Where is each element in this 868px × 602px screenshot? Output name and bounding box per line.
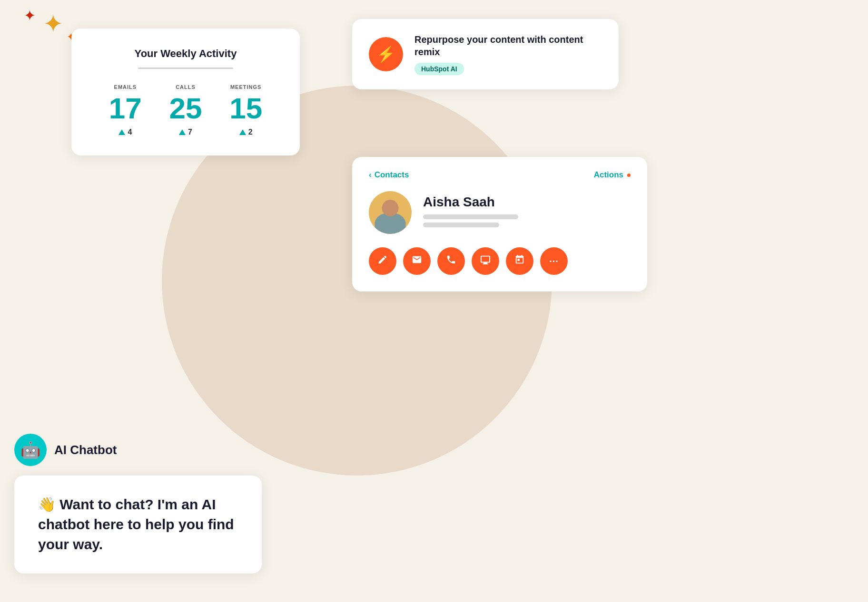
meetings-up-icon [239,129,246,135]
chatbot-card: 👋 Want to chat? I'm an AI chatbot here t… [14,476,262,573]
edit-button[interactable] [369,247,396,275]
robot-icon: 🤖 [20,440,40,459]
bolt-icon: ⚡ [376,45,395,63]
meetings-label: MEETINGS [216,84,276,90]
ai-chatbot-title: AI Chatbot [54,443,117,457]
weekly-activity-card: Your Weekly Activity EMAILS 17 4 CALLS 2… [71,29,300,155]
contacts-back-button[interactable]: ‹ Contacts [369,170,409,180]
avatar [369,191,412,234]
contact-name: Aisha Saah [423,194,518,210]
contacts-actions-button[interactable]: Actions [594,170,631,180]
meetings-change-value: 2 [248,128,253,136]
contact-info: Aisha Saah [369,191,631,234]
chatbot-message: 👋 Want to chat? I'm an AI chatbot here t… [38,495,238,554]
emails-up-icon [118,129,125,135]
phone-button[interactable] [437,247,465,275]
emails-change-value: 4 [128,128,132,136]
calendar-button[interactable] [506,247,533,275]
hubspot-ai-badge: HubSpot AI [414,63,464,75]
emails-stat: EMAILS 17 4 [95,84,156,136]
meetings-value: 15 [216,94,276,123]
contact-action-buttons: ··· [369,247,631,275]
edit-icon [377,254,388,268]
email-icon [412,254,422,268]
calendar-icon [514,254,525,268]
bolt-icon-circle: ⚡ [369,37,403,71]
more-button[interactable]: ··· [540,247,568,275]
actions-label: Actions [594,170,623,180]
card-divider [138,68,233,69]
calls-stat: CALLS 25 7 [156,84,216,136]
screen-button[interactable] [472,247,499,275]
meetings-change: 2 [216,128,276,136]
contact-details: Aisha Saah [423,194,518,231]
calls-label: CALLS [156,84,216,90]
back-chevron-icon: ‹ [369,170,372,180]
phone-icon [446,254,456,268]
detail-line-1 [423,214,518,219]
ai-chatbot-header: 🤖 AI Chatbot [14,434,262,466]
stats-grid: EMAILS 17 4 CALLS 25 7 MEETINGS 15 2 [95,84,276,136]
detail-line-2 [423,223,499,227]
contacts-card: ‹ Contacts Actions Aisha Saah [352,157,647,291]
more-icon: ··· [549,256,559,267]
calls-value: 25 [156,94,216,123]
weekly-activity-title: Your Weekly Activity [95,48,276,60]
emails-change: 4 [95,128,156,136]
calls-change-value: 7 [188,128,192,136]
calls-up-icon [179,129,186,135]
contacts-nav: ‹ Contacts Actions [369,170,631,180]
contacts-back-label: Contacts [375,170,409,180]
ai-chatbot-section: 🤖 AI Chatbot 👋 Want to chat? I'm an AI c… [14,434,262,573]
remix-title: Repurpose your content with content remi… [414,33,602,58]
meetings-stat: MEETINGS 15 2 [216,84,276,136]
emails-label: EMAILS [95,84,156,90]
calls-change: 7 [156,128,216,136]
remix-text: Repurpose your content with content remi… [414,33,602,75]
email-button[interactable] [403,247,431,275]
sparkle-small-red-icon: ✦ [24,7,36,24]
content-remix-card: ⚡ Repurpose your content with content re… [352,19,619,89]
screen-icon [480,254,491,268]
robot-icon-circle: 🤖 [14,434,47,466]
actions-dot-icon [627,174,631,177]
sparkle-large-icon: ✦ [43,10,64,38]
emails-value: 17 [95,94,156,123]
